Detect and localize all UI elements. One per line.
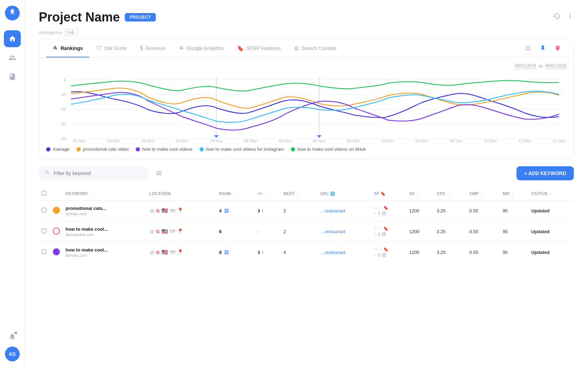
svg-text:20 Nov: 20 Nov <box>141 139 155 143</box>
col-url: URL 🌐 <box>317 187 371 200</box>
pin-button[interactable] <box>537 42 549 54</box>
project-badge: PROJECT <box>125 13 156 21</box>
location-pin-icon: 📍 <box>177 207 184 214</box>
url-link-2[interactable]: …restuarant <box>320 229 345 234</box>
location-pin-icon: 📍 <box>177 228 184 235</box>
keyword-domain-3: domain.com <box>66 253 143 257</box>
cpc-value-1: 3.25 <box>434 200 467 221</box>
tab-serp-features[interactable]: 🔖 SERP Features <box>231 39 287 57</box>
mr-value-1: 95 <box>500 200 528 221</box>
col-status: STATUS ↕ <box>528 187 574 200</box>
sidebar-nav <box>4 30 21 326</box>
tab-google-analytics[interactable]: Google Analytics <box>172 39 230 57</box>
legend-dot-instagram <box>200 147 204 151</box>
sf-icons-1: ☆ ○ 🔖 ○ $ 🖼 <box>374 205 404 216</box>
location-icons-1: 🖥 G 🇺🇸 🗺 📍 <box>149 207 214 214</box>
legend-promotional-cats: promotional cats video <box>76 147 129 152</box>
search-console-icon: ⚙ <box>294 45 299 52</box>
history-button[interactable] <box>553 12 561 22</box>
sidebar-item-library[interactable] <box>4 68 21 85</box>
col-location: LOCATION <box>146 187 216 200</box>
legend-dot-tiktok <box>291 147 295 151</box>
project-title: Project Name <box>39 10 120 25</box>
rankings-icon <box>53 45 58 52</box>
date-from: 08/01/2019 <box>515 63 536 69</box>
sf-icons-3: ☆ ○ 🔖 ○ $ 🖼 <box>374 247 404 257</box>
main-content: Project Name PROJECT Intelligence hub <box>25 0 588 367</box>
chart-area: 08/01/2019 to 08/01/2019 1 10 <box>39 58 574 159</box>
svg-text:22 Nov: 22 Nov <box>176 139 189 143</box>
status-value-3: Updated <box>528 242 574 263</box>
flag-icon: 🇺🇸 <box>161 207 168 214</box>
svg-text:30 Nov: 30 Nov <box>313 139 326 143</box>
rank-value-2: 6 <box>219 229 222 234</box>
tab-rankings[interactable]: Rankings <box>46 39 89 57</box>
date-to: 08/01/2019 <box>545 63 566 69</box>
svg-text:04 Dec: 04 Dec <box>381 139 394 143</box>
legend-cool-videos: how to make cool videos <box>136 147 192 152</box>
user-avatar[interactable]: AS <box>5 347 20 361</box>
svg-text:06 Dec: 06 Dec <box>415 139 429 143</box>
top-actions <box>553 12 574 22</box>
desktop-icon: 🖥 <box>149 229 154 235</box>
map-icon: 🗺 <box>170 208 175 214</box>
search-box[interactable] <box>39 166 148 180</box>
status-value-1: Updated <box>528 200 574 221</box>
legend-dot-average <box>46 147 50 151</box>
sidebar-notify[interactable] <box>5 329 20 344</box>
keyword-domain-2: domainchik.com <box>66 232 143 237</box>
col-sf: SF 🔖 <box>371 187 406 200</box>
more-options-button[interactable] <box>566 12 574 22</box>
revenue-icon: $ <box>140 45 143 51</box>
tab-revenue[interactable]: $ Revenue <box>134 39 172 57</box>
analytics-icon <box>179 45 184 52</box>
serp-icon: 🔖 <box>237 45 244 52</box>
search-icon <box>44 170 50 177</box>
tabs-bar: Rankings 🛡 SW Score $ Revenue Google Ana… <box>39 39 574 58</box>
row-checkbox-2[interactable] <box>42 229 46 233</box>
change-value-2: - <box>255 221 280 242</box>
rank-value-1: 4 <box>219 208 222 213</box>
sidebar-item-users[interactable] <box>4 49 21 66</box>
location-button[interactable] <box>552 42 564 54</box>
sidebar-logo[interactable] <box>5 6 20 20</box>
intel-label: Intelligence hub <box>39 29 574 36</box>
cpc-value-2: 3.25 <box>434 221 467 242</box>
change-value-1: 3 ↑ <box>255 200 280 221</box>
chart-svg: 1 10 20 30 40 16 Nov 18 Nov 20 Nov 22 No… <box>46 73 566 143</box>
select-all-checkbox[interactable] <box>42 191 46 195</box>
status-value-2: Updated <box>528 221 574 242</box>
sv-value-2: 1200 <box>406 221 434 242</box>
list-view-button[interactable] <box>152 167 166 180</box>
col-rank: RANK ↕ <box>216 187 255 200</box>
change-value-3: 3 ↑ <box>255 242 280 263</box>
google-icon: G <box>156 250 160 255</box>
svg-point-1 <box>12 10 13 11</box>
svg-marker-28 <box>214 135 219 138</box>
add-keyword-button[interactable]: + ADD KEYWORD <box>516 166 574 180</box>
sidebar-item-home[interactable] <box>4 30 21 47</box>
row-checkbox-3[interactable] <box>42 249 46 254</box>
keyword-name-3: how to make cool... <box>66 247 143 253</box>
svg-text:10 Dec: 10 Dec <box>484 139 497 143</box>
top-bar: Project Name PROJECT <box>25 0 588 29</box>
keyword-name-1: promotional cats... <box>66 206 143 211</box>
main-card: Rankings 🛡 SW Score $ Revenue Google Ana… <box>39 39 574 159</box>
row-checkbox-1[interactable] <box>42 208 46 212</box>
url-link-1[interactable]: …restuarant <box>320 208 345 213</box>
compare-button[interactable]: ⚖ <box>522 42 534 54</box>
rank-image-icon-3: 🖼 <box>224 250 229 255</box>
tab-search-console[interactable]: ⚙ Search Console <box>288 39 343 57</box>
svg-text:14 Dec: 14 Dec <box>552 139 566 143</box>
svg-text:1: 1 <box>63 77 66 82</box>
best-value-3: 4 <box>281 242 317 263</box>
url-link-3[interactable]: …restuarant <box>320 250 345 255</box>
col-sv: SV ↕ <box>406 187 434 200</box>
search-input[interactable] <box>54 170 142 176</box>
tab-sw-score[interactable]: 🛡 SW Score <box>90 39 133 57</box>
cpc-value-3: 3.25 <box>434 242 467 263</box>
keyword-color-dot-1 <box>53 207 60 214</box>
chart-container: 1 10 20 30 40 16 Nov 18 Nov 20 Nov 22 No… <box>46 73 566 143</box>
hub-badge: hub <box>64 29 78 36</box>
svg-text:10: 10 <box>61 92 66 97</box>
